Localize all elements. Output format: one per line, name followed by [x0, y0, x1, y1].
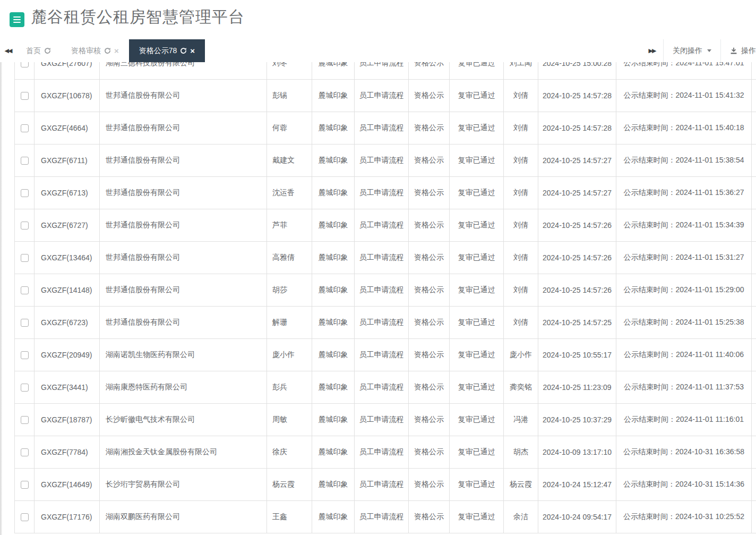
row-checkbox[interactable]	[21, 222, 29, 230]
cell-community: 麓城印象	[312, 145, 355, 176]
cell-status: 资格公示	[409, 209, 450, 241]
row-checkbox[interactable]	[21, 62, 29, 67]
cell-community: 麓城印象	[312, 209, 355, 241]
checkbox-cell	[15, 501, 35, 533]
cell-apply-time: 2024-10-25 14:57:25	[538, 307, 616, 338]
cell-apply-time: 2024-10-25 14:57:27	[538, 177, 616, 209]
cell-process: 员工申请流程	[355, 80, 409, 112]
tabbar-right-toolbar: ▶▶ 关闭操作 操作	[641, 39, 756, 62]
row-checkbox[interactable]	[21, 189, 29, 197]
cell-community: 麓城印象	[312, 62, 355, 79]
cell-id: GXGZF(18787)	[35, 404, 100, 436]
cell-review: 复审已通过	[450, 501, 504, 533]
cell-end-time: 公示结束时间：2024-11-01 15:29:00	[616, 274, 752, 306]
table-row: GXGZF(6727)世邦通信股份有限公司芦菲麓城印象员工申请流程资格公示复审已…	[15, 209, 756, 242]
tab-0[interactable]: 首页	[16, 39, 61, 62]
cell-extra	[752, 80, 756, 112]
row-checkbox[interactable]	[21, 157, 29, 165]
cell-id: GXGZF(14148)	[35, 274, 100, 306]
cell-status: 资格公示	[409, 80, 450, 112]
cell-review: 复审已通过	[450, 339, 504, 371]
tabs-scroll-right-button[interactable]: ▶▶	[641, 39, 663, 62]
app-header: 麓谷租赁公租房智慧管理平台	[0, 0, 756, 33]
tab-1[interactable]: 资格审核×	[61, 39, 129, 62]
cell-operator: 刘倩	[504, 209, 538, 241]
cell-process: 员工申请流程	[355, 469, 409, 500]
cell-operator: 胡杰	[504, 436, 538, 468]
cell-status: 资格公示	[409, 112, 450, 144]
checkbox-cell	[15, 436, 35, 468]
cell-company: 世邦通信股份有限公司	[100, 307, 267, 338]
row-checkbox[interactable]	[21, 384, 29, 392]
cell-review: 复审已通过	[450, 177, 504, 209]
cell-process: 员工申请流程	[355, 177, 409, 209]
cell-operator: 冯港	[504, 404, 538, 436]
cell-company: 湖南康恩特医药有限公司	[100, 371, 267, 403]
checkbox-cell	[15, 177, 35, 209]
row-checkbox[interactable]	[21, 351, 29, 359]
cell-company: 湖南湘投金天钛金属股份有限公司	[100, 436, 267, 468]
cell-id: GXGZF(13464)	[35, 242, 100, 274]
table-row: GXGZF(4664)世邦通信股份有限公司何蓉麓城印象员工申请流程资格公示复审已…	[15, 112, 756, 145]
cell-apply-time: 2024-10-25 10:37:29	[538, 404, 616, 436]
cell-extra	[752, 209, 756, 241]
operations-button[interactable]: 操作	[720, 39, 756, 62]
cell-process: 员工申请流程	[355, 501, 409, 533]
cell-operator: 刘倩	[504, 112, 538, 144]
row-checkbox[interactable]	[21, 481, 29, 489]
table-row: GXGZF(14148)世邦通信股份有限公司胡莎麓城印象员工申请流程资格公示复审…	[15, 274, 756, 307]
checkbox-cell	[15, 404, 35, 436]
close-icon[interactable]: ×	[114, 47, 119, 55]
checkbox-cell	[15, 80, 35, 112]
cell-extra	[752, 339, 756, 371]
row-checkbox[interactable]	[21, 513, 29, 521]
refresh-icon[interactable]	[104, 47, 111, 54]
checkbox-cell	[15, 469, 35, 500]
tab-bar: ◀◀ 首页资格审核×资格公示78× ▶▶ 关闭操作 操作	[0, 33, 756, 62]
cell-company: 世邦通信股份有限公司	[100, 242, 267, 274]
cell-community: 麓城印象	[312, 112, 355, 144]
row-checkbox[interactable]	[21, 124, 29, 132]
table-row: GXGZF(27607)湖南三德科技股份有限公司刘冬麓城印象员工申请流程资格公示…	[15, 62, 756, 80]
checkbox-cell	[15, 62, 35, 79]
cell-id: GXGZF(27607)	[35, 62, 100, 79]
cell-applicant: 王鑫	[267, 501, 312, 533]
tabs-scroll-left-button[interactable]: ◀◀	[0, 39, 16, 62]
collapsed-sidebar-edge	[0, 62, 2, 535]
row-checkbox[interactable]	[21, 416, 29, 424]
cell-process: 员工申请流程	[355, 307, 409, 338]
cell-applicant: 刘冬	[267, 62, 312, 79]
refresh-icon[interactable]	[44, 47, 51, 54]
row-checkbox[interactable]	[21, 92, 29, 100]
cell-process: 员工申请流程	[355, 371, 409, 403]
close-icon[interactable]: ×	[190, 47, 195, 55]
close-operations-dropdown[interactable]: 关闭操作	[663, 39, 720, 62]
tab-label: 资格审核	[71, 46, 101, 56]
cell-applicant: 杨云霞	[267, 469, 312, 500]
cell-extra	[752, 177, 756, 209]
cell-apply-time: 2024-10-25 14:57:28	[538, 112, 616, 144]
cell-company: 长沙珩宇贸易有限公司	[100, 469, 267, 500]
row-checkbox[interactable]	[21, 319, 29, 327]
tab-2[interactable]: 资格公示78×	[129, 39, 205, 62]
row-checkbox[interactable]	[21, 448, 29, 456]
cell-id: GXGZF(3441)	[35, 371, 100, 403]
cell-id: GXGZF(6727)	[35, 209, 100, 241]
cell-operator: 刘倩	[504, 145, 538, 176]
cell-status: 资格公示	[409, 242, 450, 274]
hamburger-icon	[13, 16, 21, 18]
row-checkbox[interactable]	[21, 286, 29, 294]
cell-apply-time: 2024-10-25 10:55:17	[538, 339, 616, 371]
menu-toggle-button[interactable]	[10, 12, 24, 27]
cell-apply-time: 2024-10-25 14:57:26	[538, 274, 616, 306]
row-checkbox[interactable]	[21, 254, 29, 262]
refresh-icon[interactable]	[180, 47, 187, 54]
cell-company: 长沙昕徽电气技术有限公司	[100, 404, 267, 436]
cell-applicant: 何蓉	[267, 112, 312, 144]
cell-end-time: 公示结束时间：2024-11-01 15:47:01	[616, 62, 752, 79]
cell-applicant: 彭兵	[267, 371, 312, 403]
cell-id: GXGZF(6711)	[35, 145, 100, 176]
cell-extra	[752, 112, 756, 144]
cell-extra	[752, 62, 756, 79]
cell-applicant: 戴建文	[267, 145, 312, 176]
